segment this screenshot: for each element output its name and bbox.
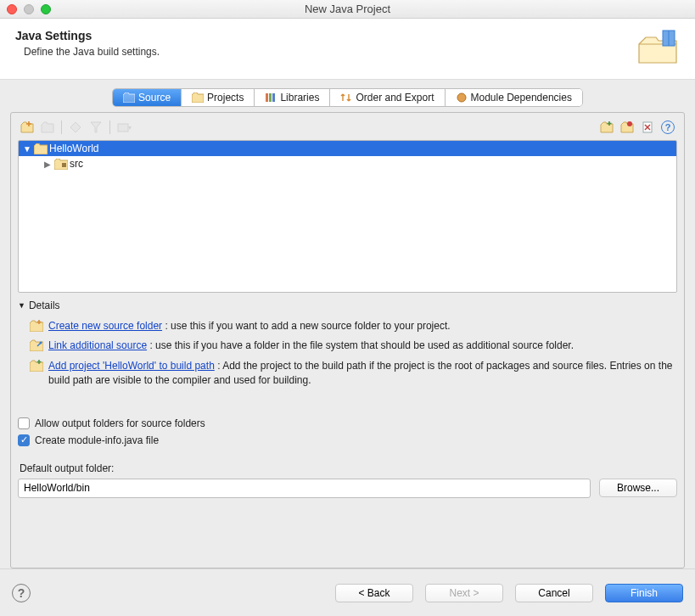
detail-add-project-buildpath: Add project 'HelloWorld' to build path :… xyxy=(18,356,677,391)
tree-root-label: HelloWorld xyxy=(49,143,98,154)
link-source-icon xyxy=(41,120,54,134)
detail-text: : use this if you have a folder in the f… xyxy=(147,339,574,351)
new-source-folder-icon xyxy=(30,320,43,332)
svg-rect-8 xyxy=(62,163,66,167)
next-button: Next > xyxy=(425,584,503,602)
project-tree[interactable]: ▼ HelloWorld ▶ src xyxy=(18,140,677,293)
tree-child-label: src xyxy=(70,158,83,170)
allow-output-folders-label: Allow output folders for source folders xyxy=(35,417,205,429)
details-toggle-icon: ▼ xyxy=(18,301,25,310)
browse-button[interactable]: Browse... xyxy=(599,479,677,497)
details-section: ▼ Details Create new source folder : use… xyxy=(18,300,677,391)
link-source-icon xyxy=(30,339,43,351)
titlebar: New Java Project xyxy=(0,0,695,19)
add-buildpath-icon xyxy=(600,120,614,134)
source-folder-icon xyxy=(54,159,68,170)
projects-icon xyxy=(192,92,204,103)
tree-expand-toggle[interactable]: ▶ xyxy=(42,160,53,169)
source-pane: ▾ ? xyxy=(10,112,685,568)
detail-text: : use this if you want to add a new sour… xyxy=(162,320,451,332)
tab-order-export[interactable]: Order and Export xyxy=(330,89,445,106)
wizard-header: Java Settings Define the Java build sett… xyxy=(0,19,695,80)
add-project-buildpath-link[interactable]: Add project 'HelloWorld' to build path xyxy=(48,360,215,372)
edit-button xyxy=(66,118,85,137)
default-output-input[interactable] xyxy=(18,479,591,498)
footer-help-button[interactable]: ? xyxy=(12,584,31,602)
filter-icon xyxy=(89,120,103,134)
svg-point-9 xyxy=(40,342,42,344)
tree-child-row[interactable]: ▶ src xyxy=(19,156,676,171)
page-x-icon xyxy=(641,120,654,134)
add-to-buildpath-button[interactable] xyxy=(597,118,616,137)
svg-rect-5 xyxy=(118,124,128,132)
detail-link-additional-source: Link additional source : use this if you… xyxy=(18,336,677,356)
page-title: Java Settings xyxy=(15,29,160,42)
tab-module-dependencies[interactable]: Module Dependencies xyxy=(446,89,582,106)
allow-output-folders-option[interactable]: Allow output folders for source folders xyxy=(18,415,677,432)
add-project-buildpath-icon xyxy=(30,360,43,372)
wizard-footer: ? < Back Next > Cancel Finish xyxy=(0,568,695,616)
remove-buildpath-icon xyxy=(620,120,634,134)
help-icon: ? xyxy=(661,120,675,134)
tree-root-row[interactable]: ▼ HelloWorld xyxy=(19,141,676,156)
tab-projects[interactable]: Projects xyxy=(182,89,255,106)
detail-create-source-folder: Create new source folder : use this if y… xyxy=(18,316,677,336)
filter-button xyxy=(87,118,105,137)
tab-source[interactable]: Source xyxy=(113,89,182,106)
tab-projects-label: Projects xyxy=(207,92,244,104)
add-source-folder-icon xyxy=(20,120,34,134)
project-folder-icon xyxy=(34,143,48,154)
cancel-button[interactable]: Cancel xyxy=(515,584,593,602)
source-folder-icon xyxy=(123,92,135,103)
window-title: New Java Project xyxy=(0,3,695,15)
default-output-label: Default output folder: xyxy=(20,462,675,474)
details-header[interactable]: ▼ Details xyxy=(18,300,677,311)
tab-module-label: Module Dependencies xyxy=(471,92,572,104)
window-minimize-button[interactable] xyxy=(24,4,34,14)
toolbar-separator xyxy=(61,120,62,134)
module-deps-icon xyxy=(456,92,468,103)
details-title: Details xyxy=(29,300,60,311)
checkbox-unchecked-icon[interactable] xyxy=(18,417,30,429)
tab-order-export-label: Order and Export xyxy=(356,92,434,104)
order-export-icon xyxy=(340,92,352,103)
finish-button[interactable]: Finish xyxy=(605,584,683,602)
remove-from-buildpath-button[interactable] xyxy=(618,118,636,137)
tab-strip: Source Projects Libraries Order and Expo… xyxy=(10,88,685,107)
configure-button[interactable] xyxy=(638,118,657,137)
link-source-button xyxy=(38,118,57,137)
create-source-folder-link[interactable]: Create new source folder xyxy=(48,320,162,332)
edit-icon xyxy=(69,120,82,134)
window-maximize-button[interactable] xyxy=(41,4,51,14)
checkbox-checked-icon[interactable]: ✓ xyxy=(18,434,30,446)
tab-libraries-label: Libraries xyxy=(280,92,319,104)
svg-rect-1 xyxy=(266,93,268,102)
back-button[interactable]: < Back xyxy=(335,584,413,602)
output-folder-button: ▾ xyxy=(115,118,133,137)
create-module-info-label: Create module-info.java file xyxy=(35,434,159,446)
create-module-info-option[interactable]: ✓ Create module-info.java file xyxy=(18,432,677,449)
toolbar-help-button[interactable]: ? xyxy=(659,118,677,137)
toolbar-separator xyxy=(109,120,110,134)
svg-point-4 xyxy=(457,93,466,102)
options-section: Allow output folders for source folders … xyxy=(18,415,677,449)
svg-rect-3 xyxy=(272,93,275,102)
tab-source-label: Source xyxy=(138,92,171,104)
tree-expand-toggle[interactable]: ▼ xyxy=(22,144,32,154)
page-subtitle: Define the Java build settings. xyxy=(24,46,160,58)
svg-rect-2 xyxy=(269,93,272,102)
window-close-button[interactable] xyxy=(7,4,17,14)
libraries-icon xyxy=(265,92,277,103)
tree-toolbar: ▾ ? xyxy=(18,118,677,137)
tab-libraries[interactable]: Libraries xyxy=(255,89,330,106)
folder-wizard-icon xyxy=(637,29,680,67)
add-source-folder-button[interactable] xyxy=(18,118,36,137)
link-additional-source-link[interactable]: Link additional source xyxy=(48,339,147,351)
svg-point-6 xyxy=(627,121,632,126)
